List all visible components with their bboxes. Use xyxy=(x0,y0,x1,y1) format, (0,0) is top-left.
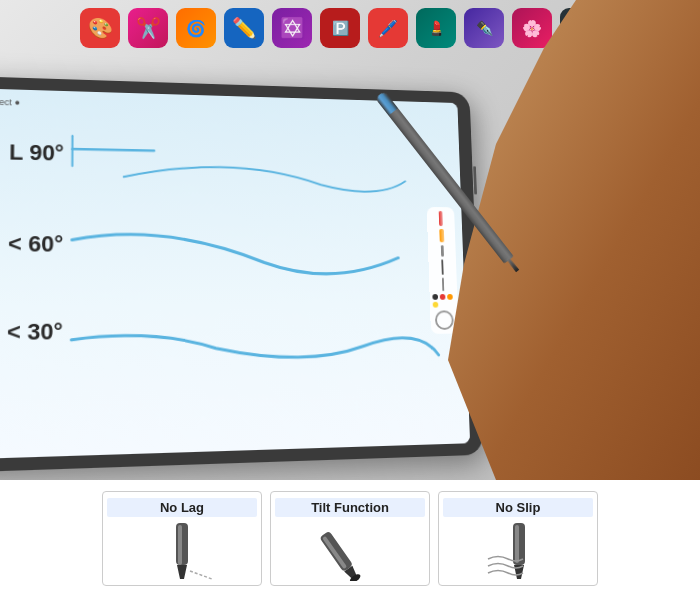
product-page: 🎨 ✂️ 🌀 ✏️ ✡️ 🅿️ 🖊️ 💄 ✒️ 🌸 📐 53 Project ● xyxy=(0,0,700,597)
feature-card-no-lag: No Lag xyxy=(102,491,262,586)
color-yellow xyxy=(433,302,439,308)
features-row: No Lag Tilt Function xyxy=(0,480,700,597)
color-red xyxy=(440,294,446,300)
app-icon-7: 🖊️ xyxy=(368,8,408,48)
toolbar-brush-1 xyxy=(439,211,443,226)
angle-60-label: < 60° xyxy=(8,231,63,258)
app-icon-10: 🌸 xyxy=(512,8,552,48)
ipad-screen: Project ● L 90 xyxy=(0,88,470,459)
toolbar-brush-2 xyxy=(439,229,444,242)
color-black xyxy=(432,294,438,300)
svg-marker-4 xyxy=(177,565,187,579)
tilt-svg xyxy=(310,521,390,581)
svg-line-5 xyxy=(190,571,212,579)
app-icon-4: ✏️ xyxy=(224,8,264,48)
ipad-side-button xyxy=(473,166,477,194)
svg-rect-3 xyxy=(178,525,182,565)
app-icon-5: ✡️ xyxy=(272,8,312,48)
app-icon-6: 🅿️ xyxy=(320,8,360,48)
toolbar-brush-4 xyxy=(441,259,443,274)
tilt-label: Tilt Function xyxy=(275,498,425,517)
toolbar-brush-3 xyxy=(440,245,443,256)
svg-rect-11 xyxy=(515,525,519,563)
toolbar-colors xyxy=(432,294,455,308)
no-slip-image xyxy=(443,521,593,581)
no-lag-svg xyxy=(142,521,222,581)
toolbar-circle-button[interactable] xyxy=(435,310,454,330)
feature-card-no-slip: No Slip xyxy=(438,491,598,586)
angle-30-label: < 30° xyxy=(7,318,63,346)
app-icon-3: 🌀 xyxy=(176,8,216,48)
no-slip-svg xyxy=(478,521,558,581)
tilt-image xyxy=(275,521,425,581)
screen-inner: Project ● L 90 xyxy=(0,88,470,459)
product-image-area: 🎨 ✂️ 🌀 ✏️ ✡️ 🅿️ 🖊️ 💄 ✒️ 🌸 📐 53 Project ● xyxy=(0,0,700,480)
app-icon-9: ✒️ xyxy=(464,8,504,48)
toolbar-brush-5 xyxy=(442,278,444,291)
screen-toolbar xyxy=(427,207,459,334)
app-icon-1: 🎨 xyxy=(80,8,120,48)
no-slip-label: No Slip xyxy=(443,498,593,517)
feature-card-tilt: Tilt Function xyxy=(270,491,430,586)
drawing-strokes xyxy=(0,88,470,459)
svg-line-0 xyxy=(72,149,154,151)
no-lag-image xyxy=(107,521,257,581)
app-icon-2: ✂️ xyxy=(128,8,168,48)
app-icon-8: 💄 xyxy=(416,8,456,48)
no-lag-label: No Lag xyxy=(107,498,257,517)
color-orange xyxy=(447,294,453,300)
angle-90-label: L 90° xyxy=(9,139,64,166)
